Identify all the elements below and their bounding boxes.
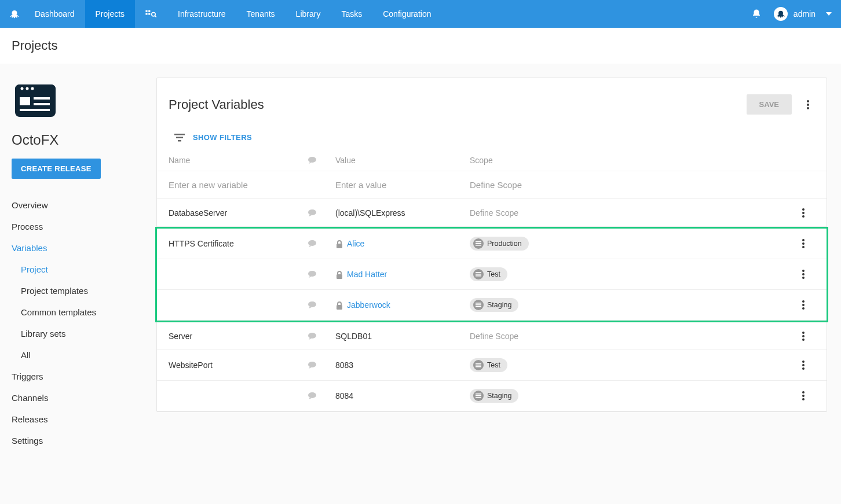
table-row: Mad HatterTest: [157, 259, 827, 290]
sidebar-item-channels[interactable]: Channels: [12, 388, 133, 408]
sidebar-item-overview[interactable]: Overview: [12, 195, 133, 215]
row-more-icon[interactable]: [792, 208, 815, 218]
row-more-icon[interactable]: [792, 270, 815, 279]
cell-scope[interactable]: Test: [470, 358, 792, 372]
row-more-icon[interactable]: [792, 360, 815, 370]
new-scope-input[interactable]: [470, 180, 792, 190]
create-release-button[interactable]: CREATE RELEASE: [12, 159, 101, 179]
svg-rect-65: [476, 395, 481, 396]
row-more-icon[interactable]: [792, 239, 815, 248]
cell-scope[interactable]: Production: [470, 237, 792, 251]
cell-name[interactable]: Server: [169, 332, 308, 341]
svg-point-62: [802, 367, 805, 370]
lock-icon: [335, 301, 343, 310]
table-row: JabberwockStaging: [157, 290, 827, 321]
description-icon[interactable]: [308, 209, 335, 217]
cell-name[interactable]: DatabaseServer: [169, 208, 308, 218]
svg-point-36: [308, 271, 316, 277]
page-title: Projects: [0, 28, 841, 64]
scope-chip[interactable]: Test: [470, 358, 507, 372]
cell-scope[interactable]: Define Scope: [470, 332, 792, 341]
nav-infrastructure[interactable]: Infrastructure: [167, 0, 236, 28]
save-button[interactable]: SAVE: [747, 94, 792, 115]
svg-rect-16: [20, 109, 50, 111]
col-desc-icon: [308, 156, 335, 165]
svg-point-18: [807, 104, 809, 106]
svg-rect-4: [148, 13, 150, 14]
cell-value[interactable]: 8083: [335, 360, 470, 370]
svg-point-63: [308, 392, 316, 398]
svg-point-23: [308, 157, 316, 163]
cell-name[interactable]: HTTPS Certificate: [169, 239, 308, 248]
user-menu[interactable]: admin: [774, 7, 832, 21]
sidebar-item-common-templates[interactable]: Common templates: [12, 302, 133, 322]
cell-value[interactable]: Mad Hatter: [335, 270, 470, 279]
svg-point-12: [31, 87, 34, 90]
nav-search-icon[interactable]: [135, 0, 167, 28]
table-row: DatabaseServer(local)\SQLExpressDefine S…: [157, 199, 827, 227]
svg-point-41: [802, 270, 805, 272]
svg-point-27: [802, 215, 805, 218]
scope-chip[interactable]: Production: [470, 237, 529, 251]
svg-rect-46: [476, 303, 481, 304]
cell-value[interactable]: 8084: [335, 391, 470, 400]
description-icon[interactable]: [308, 240, 335, 248]
cell-value[interactable]: Jabberwock: [335, 300, 470, 310]
row-more-icon[interactable]: [792, 332, 815, 341]
cell-value[interactable]: (local)\SQLExpress: [335, 208, 470, 218]
sidebar-item-triggers[interactable]: Triggers: [12, 366, 133, 387]
description-icon[interactable]: [308, 301, 335, 309]
nav-dashboard[interactable]: Dashboard: [24, 0, 85, 28]
svg-rect-13: [20, 97, 30, 105]
description-icon[interactable]: [308, 332, 335, 340]
nav-projects[interactable]: Projects: [85, 0, 136, 28]
scope-chip-icon: [473, 300, 484, 310]
sidebar-item-library-sets[interactable]: Library sets: [12, 323, 133, 344]
show-filters-link[interactable]: SHOW FILTERS: [193, 133, 252, 142]
cell-value[interactable]: Alice: [335, 239, 470, 248]
scope-chip[interactable]: Staging: [470, 298, 518, 312]
svg-point-42: [802, 273, 805, 275]
cell-scope[interactable]: Staging: [470, 389, 792, 403]
sidebar-item-project-templates[interactable]: Project templates: [12, 281, 133, 301]
description-icon[interactable]: [308, 361, 335, 369]
svg-rect-15: [34, 103, 50, 105]
sidebar-item-settings[interactable]: Settings: [12, 431, 133, 451]
sidebar-item-releases[interactable]: Releases: [12, 409, 133, 429]
svg-rect-57: [476, 363, 481, 364]
svg-rect-59: [476, 366, 481, 367]
cell-scope[interactable]: Staging: [470, 298, 792, 312]
scope-chip[interactable]: Staging: [470, 389, 518, 403]
svg-point-44: [308, 301, 316, 307]
svg-rect-32: [476, 245, 481, 246]
svg-point-68: [802, 395, 805, 397]
cell-scope[interactable]: Test: [470, 267, 792, 281]
svg-point-35: [802, 246, 805, 248]
nav-tenants[interactable]: Tenants: [236, 0, 286, 28]
cell-value[interactable]: SQLDB01: [335, 332, 470, 341]
sidebar-item-all[interactable]: All: [12, 345, 133, 365]
nav-tasks[interactable]: Tasks: [331, 0, 372, 28]
cell-name[interactable]: WebsitePort: [169, 360, 308, 370]
svg-rect-39: [476, 274, 481, 275]
svg-rect-45: [337, 305, 342, 310]
sidebar-item-variables[interactable]: Variables: [12, 238, 133, 258]
svg-rect-48: [476, 306, 481, 307]
notifications-icon[interactable]: [746, 3, 767, 24]
svg-point-55: [802, 339, 805, 341]
scope-chip[interactable]: Test: [470, 267, 507, 281]
new-name-input[interactable]: [169, 180, 308, 190]
cell-scope[interactable]: Define Scope: [470, 208, 792, 218]
nav-library[interactable]: Library: [286, 0, 331, 28]
description-icon[interactable]: [308, 270, 335, 278]
nav-configuration[interactable]: Configuration: [372, 0, 441, 28]
card-more-icon[interactable]: [801, 98, 815, 112]
sidebar-item-process[interactable]: Process: [12, 216, 133, 237]
row-more-icon[interactable]: [792, 391, 815, 400]
description-icon[interactable]: [308, 392, 335, 400]
row-more-icon[interactable]: [792, 300, 815, 310]
avatar-icon: [774, 7, 788, 21]
username: admin: [794, 9, 816, 19]
sidebar-item-project[interactable]: Project: [12, 259, 133, 279]
new-value-input[interactable]: [335, 180, 470, 190]
